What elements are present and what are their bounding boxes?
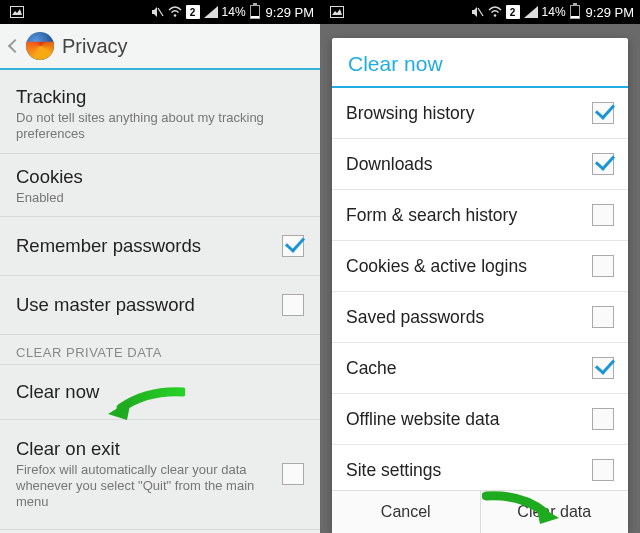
row-label: Use master password xyxy=(16,294,272,316)
checkbox[interactable] xyxy=(592,204,614,226)
svg-marker-1 xyxy=(12,9,22,15)
battery-percent: 14% xyxy=(222,5,246,19)
row-label: Offline website data xyxy=(346,409,499,430)
section-header-clear-private-data: CLEAR PRIVATE DATA xyxy=(0,335,320,365)
signal-icon xyxy=(524,5,538,19)
mute-icon xyxy=(150,5,164,19)
checkbox[interactable] xyxy=(592,255,614,277)
row-cookies[interactable]: Cookies Enabled xyxy=(0,154,320,217)
row-subtitle: Enabled xyxy=(16,190,304,206)
row-label: Remember passwords xyxy=(16,235,272,257)
row-label: Site settings xyxy=(346,460,441,481)
left-screen-privacy: 2 14% 9:29 PM Privacy Tracking Do not te… xyxy=(0,0,320,533)
checkbox-clear-on-exit[interactable] xyxy=(282,463,304,485)
svg-rect-6 xyxy=(331,7,344,18)
signal-icon xyxy=(204,5,218,19)
checkbox-remember-passwords[interactable] xyxy=(282,235,304,257)
gallery-icon xyxy=(10,5,24,19)
row-label: Form & search history xyxy=(346,205,517,226)
dialog-button-bar: Cancel Clear data xyxy=(332,490,628,533)
clear-now-dialog: Clear now Browsing history Downloads For… xyxy=(332,38,628,533)
svg-line-8 xyxy=(478,8,483,16)
checkbox[interactable] xyxy=(592,102,614,124)
svg-point-3 xyxy=(173,14,176,17)
dialog-row-cookies-active-logins[interactable]: Cookies & active logins xyxy=(332,241,628,292)
battery-icon xyxy=(250,5,260,19)
row-label: Clear now xyxy=(16,381,304,403)
row-label: Tracking xyxy=(16,86,304,108)
svg-marker-10 xyxy=(524,6,538,18)
checkbox[interactable] xyxy=(592,306,614,328)
row-label: Cookies & active logins xyxy=(346,256,527,277)
gallery-icon xyxy=(330,5,344,19)
page-title: Privacy xyxy=(62,35,128,58)
clock: 9:29 PM xyxy=(586,5,634,20)
checkbox[interactable] xyxy=(592,459,614,481)
dialog-row-browsing-history[interactable]: Browsing history xyxy=(332,88,628,139)
battery-percent: 14% xyxy=(542,5,566,19)
row-clear-now[interactable]: Clear now xyxy=(0,365,320,420)
svg-point-9 xyxy=(493,14,496,17)
row-subtitle: Firefox will automatically clear your da… xyxy=(16,462,272,511)
firefox-logo-icon xyxy=(26,32,54,60)
dialog-row-site-settings[interactable]: Site settings xyxy=(332,445,628,490)
row-master-password[interactable]: Use master password xyxy=(0,276,320,335)
sim-number: 2 xyxy=(506,5,520,19)
svg-line-2 xyxy=(158,8,163,16)
dialog-row-offline-website-data[interactable]: Offline website data xyxy=(332,394,628,445)
title-bar: Privacy xyxy=(0,24,320,70)
cancel-button[interactable]: Cancel xyxy=(332,491,480,533)
row-remember-passwords[interactable]: Remember passwords xyxy=(0,217,320,276)
checkbox[interactable] xyxy=(592,408,614,430)
mute-icon xyxy=(470,5,484,19)
status-bar: 2 14% 9:29 PM xyxy=(320,0,640,24)
row-label: Browsing history xyxy=(346,103,474,124)
dialog-row-saved-passwords[interactable]: Saved passwords xyxy=(332,292,628,343)
sim-number: 2 xyxy=(186,5,200,19)
dialog-row-downloads[interactable]: Downloads xyxy=(332,139,628,190)
clear-data-button[interactable]: Clear data xyxy=(480,491,629,533)
row-subtitle: Do not tell sites anything about my trac… xyxy=(16,110,304,143)
svg-rect-0 xyxy=(11,7,24,18)
back-icon[interactable] xyxy=(8,39,22,53)
row-label: Downloads xyxy=(346,154,433,175)
settings-list: Tracking Do not tell sites anything abou… xyxy=(0,70,320,533)
dialog-body: Browsing history Downloads Form & search… xyxy=(332,88,628,490)
row-label: Cache xyxy=(346,358,397,379)
row-label: Saved passwords xyxy=(346,307,484,328)
svg-marker-4 xyxy=(204,6,218,18)
row-clear-on-exit[interactable]: Clear on exit Firefox will automatically… xyxy=(0,420,320,530)
right-screen-clear-dialog: 2 14% 9:29 PM Clear now Browsing history… xyxy=(320,0,640,533)
clock: 9:29 PM xyxy=(266,5,314,20)
svg-marker-7 xyxy=(332,9,342,15)
row-label: Cookies xyxy=(16,166,304,188)
wifi-icon xyxy=(168,5,182,19)
status-bar: 2 14% 9:29 PM xyxy=(0,0,320,24)
checkbox[interactable] xyxy=(592,153,614,175)
dialog-title: Clear now xyxy=(332,38,628,88)
checkbox[interactable] xyxy=(592,357,614,379)
checkbox-master-password[interactable] xyxy=(282,294,304,316)
row-label: Clear on exit xyxy=(16,438,272,460)
dialog-row-form-search-history[interactable]: Form & search history xyxy=(332,190,628,241)
row-tracking[interactable]: Tracking Do not tell sites anything abou… xyxy=(0,74,320,154)
wifi-icon xyxy=(488,5,502,19)
battery-icon xyxy=(570,5,580,19)
dialog-row-cache[interactable]: Cache xyxy=(332,343,628,394)
